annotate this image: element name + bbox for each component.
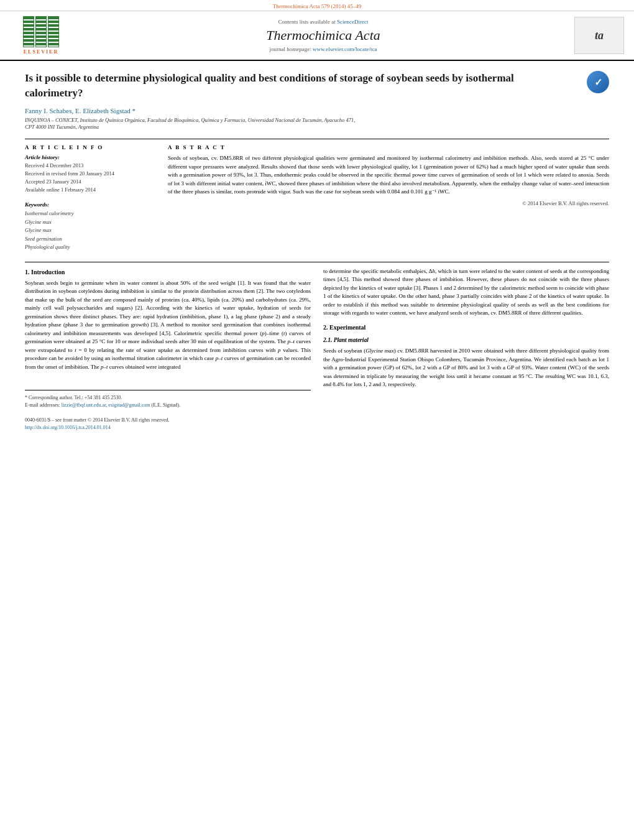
- abstract-heading: A B S T R A C T: [168, 144, 609, 150]
- footnotes: * Corresponding author. Tel.: +54 381 43…: [25, 390, 311, 432]
- volume-link[interactable]: Thermochimica Acta 579 (2014) 45–49: [273, 3, 361, 9]
- received-date: Received 4 December 2013: [25, 162, 155, 170]
- history-heading: Article history:: [25, 154, 155, 160]
- footnote-email-label: E-mail addresses:: [25, 402, 60, 408]
- section1-heading: 1. Introduction: [25, 267, 311, 277]
- keyword-2: Glycine max: [25, 218, 155, 227]
- logo-stripe-2: [35, 16, 47, 47]
- footnote-star-text: * Corresponding author. Tel.: +54 381 43…: [25, 395, 122, 400]
- homepage-line: journal homepage: www.elsevier.com/locat…: [72, 46, 574, 52]
- elsevier-wordmark: ELSEVIER: [24, 49, 58, 55]
- top-bar: Thermochimica Acta 579 (2014) 45–49: [0, 0, 634, 11]
- crossmark-badge[interactable]: ✓: [587, 71, 609, 93]
- body-right-column: to determine the specific metabolic enth…: [323, 267, 609, 432]
- article-info-abstract: A R T I C L E I N F O Article history: R…: [25, 144, 609, 252]
- footnote-doi: http://dx.doi.org/10.1016/j.tca.2014.01.…: [25, 424, 311, 432]
- available-date: Available online 1 February 2014: [25, 187, 155, 194]
- elsevier-logo: ELSEVIER: [10, 16, 72, 55]
- accepted-date: Accepted 23 January 2014: [25, 178, 155, 186]
- section2-text: Seeds of soybean (Glycine max) cv. DM5.8…: [323, 347, 609, 389]
- keyword-1: Isothermal calorimetry: [25, 210, 155, 218]
- footnote-star: * Corresponding author. Tel.: +54 381 43…: [25, 394, 311, 402]
- article-info-heading: A R T I C L E I N F O: [25, 144, 155, 150]
- divider-body: [25, 262, 609, 262]
- footnote-issn: 0040-6031/$ – see front matter © 2014 El…: [25, 417, 311, 424]
- abstract-column: A B S T R A C T Seeds of soybean, cv. DM…: [168, 144, 609, 252]
- article-content: Is it possible to determine physiologica…: [0, 61, 634, 441]
- affiliation-line2: CPT 4000 INI Tucumán, Argentina: [25, 124, 99, 130]
- contents-line: Contents lists available at ScienceDirec…: [72, 19, 574, 25]
- keyword-5: Physiological quality: [25, 243, 155, 252]
- keywords-list: Isothermal calorimetry Glycine max Glyci…: [25, 210, 155, 252]
- article-title-row: Is it possible to determine physiologica…: [25, 71, 609, 101]
- journal-center: Contents lists available at ScienceDirec…: [72, 19, 574, 52]
- article-info-column: A R T I C L E I N F O Article history: R…: [25, 144, 155, 252]
- section1-paragraph: Soybean seeds begin to germinate when it…: [25, 279, 311, 372]
- section2-heading: 2. Experimental: [323, 323, 609, 332]
- logo-stripe-3: [48, 16, 59, 47]
- keyword-3: Glycine max: [25, 226, 155, 235]
- email2-link[interactable]: esigstad@gmail.com: [108, 402, 150, 408]
- footnote-email-suffix: (E.E. Sigstad).: [151, 402, 180, 408]
- issn-text: 0040-6031/$ – see front matter © 2014 El…: [25, 417, 170, 423]
- section1-right-paragraph: to determine the specific metabolic enth…: [323, 267, 609, 318]
- keywords-heading: Keywords:: [25, 201, 155, 208]
- authors-text: Fanny I. Schabes, E. Elizabeth Sigstad *: [25, 107, 136, 114]
- journal-title: Thermochimica Acta: [72, 27, 574, 44]
- contents-label: Contents lists available at: [278, 19, 337, 25]
- sciencedirect-link[interactable]: ScienceDirect: [337, 19, 368, 25]
- body-left-column: 1. Introduction Soybean seeds begin to g…: [25, 267, 311, 432]
- email1-link[interactable]: lizzie@fbqf.unt.edu.ar: [62, 402, 106, 408]
- section2-subheading: 2.1. Plant material: [323, 336, 609, 344]
- doi-link[interactable]: http://dx.doi.org/10.1016/j.tca.2014.01.…: [25, 425, 111, 430]
- article-authors: Fanny I. Schabes, E. Elizabeth Sigstad *: [25, 107, 609, 114]
- abstract-text: Seeds of soybean, cv. DM5.8RR of two dif…: [168, 154, 609, 196]
- divider-top: [25, 139, 609, 139]
- body-content: 1. Introduction Soybean seeds begin to g…: [25, 267, 609, 432]
- footnote-email: E-mail addresses: lizzie@fbqf.unt.edu.ar…: [25, 402, 311, 409]
- ta-logo: ta: [574, 17, 624, 54]
- affiliation-line1: INQUINOA – CONICET, Instituto de Química…: [25, 117, 355, 123]
- homepage-label: journal homepage:: [270, 46, 313, 52]
- journal-header: ELSEVIER Contents lists available at Sci…: [0, 11, 634, 61]
- logo-stripes: [23, 16, 59, 47]
- article-title: Is it possible to determine physiologica…: [25, 71, 559, 101]
- logo-stripe-1: [23, 16, 34, 47]
- abstract-copyright: © 2014 Elsevier B.V. All rights reserved…: [168, 200, 609, 206]
- revised-date: Received in revised form 20 January 2014: [25, 170, 155, 178]
- homepage-url[interactable]: www.elsevier.com/locate/tca: [313, 46, 377, 52]
- affiliation: INQUINOA – CONICET, Instituto de Química…: [25, 117, 609, 132]
- keyword-4: Seed germination: [25, 235, 155, 244]
